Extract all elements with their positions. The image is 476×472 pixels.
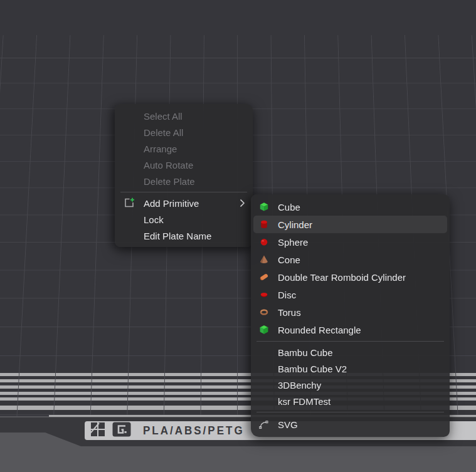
submenu-item-double-tear-romboid-cylinder[interactable]: Double Tear Romboid Cylinder: [253, 268, 447, 286]
submenu-item-3dbenchy[interactable]: 3DBenchy: [253, 377, 447, 393]
menu-item-label: Cone: [278, 254, 300, 265]
submenu-item-rounded-rectangle[interactable]: Rounded Rectangle: [253, 321, 447, 338]
submenu-item-bambu-cube-v2[interactable]: Bambu Cube V2: [253, 360, 447, 377]
menu-item-label: Edit Plate Name: [144, 231, 211, 241]
menu-item-label: Bambu Cube V2: [278, 364, 347, 374]
menu-item-label: Cylinder: [278, 219, 312, 230]
menu-item-label: Lock: [144, 214, 164, 225]
menu-item-label: Rounded Rectangle: [278, 325, 361, 335]
menu-item-delete-plate: Delete Plate: [117, 173, 250, 189]
menu-item-auto-rotate: Auto Rotate: [117, 157, 250, 173]
menu-separator: [120, 192, 247, 192]
submenu-item-disc[interactable]: Disc: [253, 286, 447, 303]
menu-item-edit-plate-name[interactable]: Edit Plate Name: [117, 228, 250, 244]
cylinder-icon: [258, 219, 270, 230]
submenu-item-cone[interactable]: Cone: [253, 251, 447, 268]
menu-item-select-all: Select All: [117, 108, 250, 124]
torus-icon: [258, 307, 270, 318]
menu-item-arrange: Arrange: [117, 140, 250, 157]
submenu-item-ksr-fdmtest[interactable]: ksr FDMTest: [253, 393, 447, 409]
svg-bezier-icon: [258, 419, 270, 430]
menu-item-label: Auto Rotate: [144, 160, 193, 170]
menu-item-label: Disc: [278, 290, 296, 300]
plate-material-label: PLA/ABS/PETG: [143, 424, 245, 438]
disc-icon: [258, 289, 270, 300]
cone-icon: [258, 254, 270, 265]
menu-item-label: 3DBenchy: [278, 380, 321, 391]
menu-item-label: Delete All: [144, 127, 183, 138]
submenu-item-torus[interactable]: Torus: [253, 303, 447, 321]
menu-item-label: Sphere: [278, 237, 308, 248]
menu-item-label: Add Primitive: [144, 198, 199, 209]
menu-item-label: Torus: [278, 307, 301, 318]
menu-separator: [257, 412, 444, 412]
submenu-item-sphere[interactable]: Sphere: [253, 233, 447, 251]
plate-context-menu: Select All Delete All Arrange Auto Rotat…: [115, 104, 253, 247]
menu-item-label: Select All: [144, 111, 182, 122]
menu-item-label: Double Tear Romboid Cylinder: [278, 272, 406, 283]
submenu-item-svg[interactable]: SVG: [253, 415, 447, 434]
bambu-logo-icon: [90, 422, 107, 439]
submenu-item-cube[interactable]: Cube: [253, 198, 447, 216]
double-tear-romboid-cylinder-icon: [258, 271, 270, 283]
add-primitive-icon: [123, 197, 135, 209]
rounded-rectangle-icon: [258, 324, 270, 335]
submenu-item-bambu-cube[interactable]: Bambu Cube: [253, 344, 447, 360]
add-primitive-submenu: Cube Cylinder Sphere: [251, 194, 450, 437]
sphere-icon: [258, 236, 270, 248]
viewport-3d[interactable]: PLA/ABS/PETG HOT SU Select All Delete Al…: [0, 0, 476, 472]
menu-item-label: Delete Plate: [144, 176, 195, 187]
menu-separator: [257, 341, 444, 342]
menu-item-lock[interactable]: Lock: [117, 211, 250, 228]
menu-item-label: SVG: [278, 419, 298, 430]
menu-item-label: Arrange: [144, 144, 177, 154]
cube-icon: [258, 201, 270, 212]
submenu-item-cylinder[interactable]: Cylinder: [253, 216, 447, 233]
menu-item-label: ksr FDMTest: [278, 396, 331, 407]
menu-item-label: Bambu Cube: [278, 347, 333, 358]
plate-type-logo-icon: [112, 422, 131, 439]
menu-item-add-primitive[interactable]: Add Primitive: [117, 195, 250, 211]
menu-item-delete-all: Delete All: [117, 124, 250, 140]
submenu-chevron-icon: [240, 199, 245, 207]
menu-item-label: Cube: [278, 202, 300, 212]
